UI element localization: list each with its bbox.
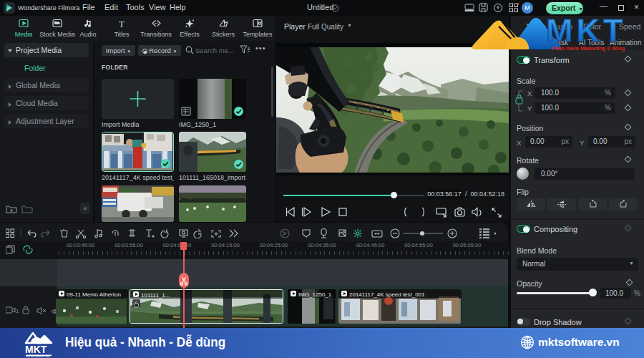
svg-text:Phần mềm Marketing 0 đồng: Phần mềm Marketing 0 đồng <box>26 355 50 357</box>
svg-text:MKT: MKT <box>25 344 47 355</box>
svg-text:Phần mềm Marketing 0 đồng: Phần mềm Marketing 0 đồng <box>552 45 625 52</box>
svg-text:MKT: MKT <box>546 15 626 49</box>
